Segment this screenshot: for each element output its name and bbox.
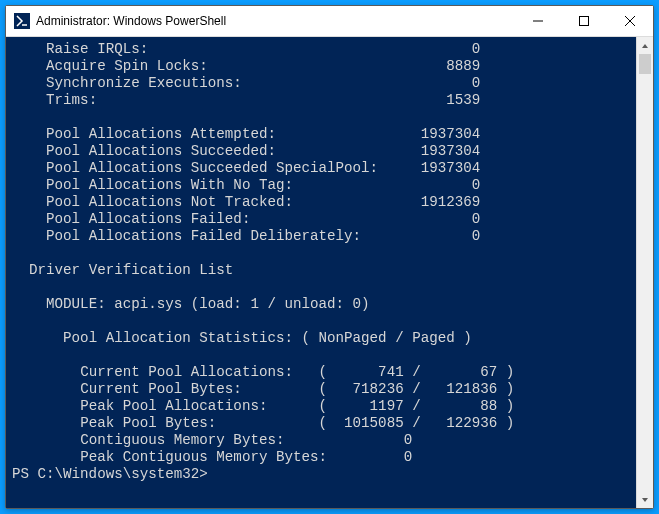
- blank-line: [12, 279, 21, 295]
- section-heading: Driver Verification List: [12, 262, 233, 278]
- module-line: MODULE: acpi.sys (load: 1 / unload: 0): [12, 296, 370, 312]
- scroll-up-button[interactable]: [637, 37, 653, 54]
- close-button[interactable]: [607, 6, 653, 37]
- pool-line: Peak Pool Bytes: ( 1015085 / 122936 ): [12, 415, 514, 431]
- output-line: Pool Allocations Succeeded SpecialPool: …: [12, 160, 480, 176]
- pool-line: Current Pool Allocations: ( 741 / 67 ): [12, 364, 514, 380]
- prompt[interactable]: PS C:\Windows\system32>: [12, 466, 208, 482]
- minimize-button[interactable]: [515, 6, 561, 37]
- output-line: Pool Allocations Failed Deliberately: 0: [12, 228, 480, 244]
- output-line: Raise IRQLs: 0: [12, 41, 480, 57]
- output-line: Pool Allocations Succeeded: 1937304: [12, 143, 480, 159]
- output-line: Pool Allocations Not Tracked: 1912369: [12, 194, 480, 210]
- console-output[interactable]: Raise IRQLs: 0 Acquire Spin Locks: 8889 …: [6, 37, 636, 508]
- vertical-scrollbar[interactable]: [636, 37, 653, 508]
- blank-line: [12, 245, 21, 261]
- output-line: Acquire Spin Locks: 8889: [12, 58, 480, 74]
- pool-stats-header: Pool Allocation Statistics: ( NonPaged /…: [12, 330, 472, 346]
- scroll-track[interactable]: [637, 54, 653, 491]
- titlebar[interactable]: Administrator: Windows PowerShell: [6, 6, 653, 37]
- scroll-thumb[interactable]: [639, 54, 651, 74]
- pool-line: Peak Pool Allocations: ( 1197 / 88 ): [12, 398, 514, 414]
- pool-line: Contiguous Memory Bytes: 0: [12, 432, 412, 448]
- window-title: Administrator: Windows PowerShell: [36, 14, 515, 28]
- svg-rect-1: [580, 17, 589, 26]
- output-line: Pool Allocations Attempted: 1937304: [12, 126, 480, 142]
- powershell-icon: [14, 13, 30, 29]
- blank-line: [12, 347, 21, 363]
- pool-line: Peak Contiguous Memory Bytes: 0: [12, 449, 412, 465]
- blank-line: [12, 313, 21, 329]
- output-line: Pool Allocations With No Tag: 0: [12, 177, 480, 193]
- output-line: Pool Allocations Failed: 0: [12, 211, 480, 227]
- output-line: Trims: 1539: [12, 92, 480, 108]
- output-line: Synchronize Executions: 0: [12, 75, 480, 91]
- blank-line: [12, 109, 21, 125]
- powershell-window: Administrator: Windows PowerShell Raise …: [5, 5, 654, 509]
- maximize-button[interactable]: [561, 6, 607, 37]
- scroll-down-button[interactable]: [637, 491, 653, 508]
- pool-line: Current Pool Bytes: ( 718236 / 121836 ): [12, 381, 514, 397]
